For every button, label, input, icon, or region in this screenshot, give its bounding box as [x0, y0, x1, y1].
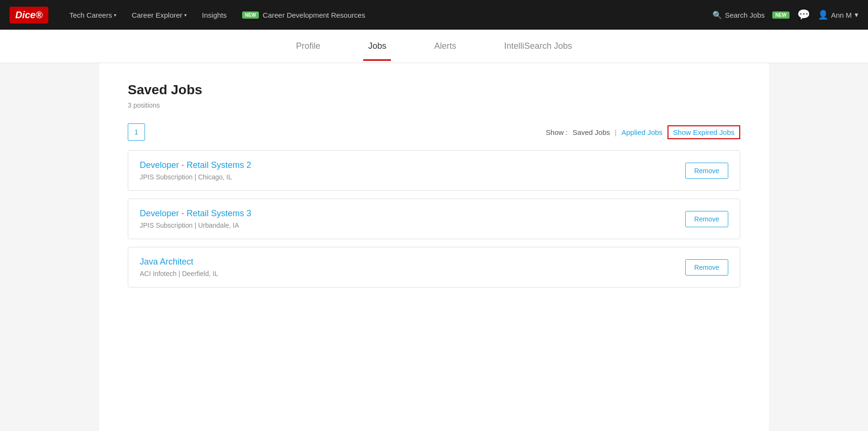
page-number[interactable]: 1: [128, 123, 145, 141]
show-controls: Show : Saved Jobs | Applied Jobs Show Ex…: [546, 125, 740, 139]
applied-jobs-option[interactable]: Applied Jobs: [622, 128, 663, 136]
job-title-link[interactable]: Developer - Retail Systems 2: [140, 160, 685, 170]
tab-profile[interactable]: Profile: [291, 32, 325, 61]
search-jobs-button[interactable]: 🔍 Search Jobs: [712, 11, 765, 20]
search-icon: 🔍: [712, 11, 722, 20]
nav-item-tech-careers[interactable]: Tech Careers ▾: [63, 7, 123, 23]
job-meta: ACI Infotech | Deerfield, IL: [140, 270, 685, 277]
chat-icon[interactable]: 💬: [797, 9, 810, 21]
show-label: Show :: [546, 128, 568, 136]
job-title-link[interactable]: Java Architect: [140, 257, 685, 267]
job-title-link[interactable]: Developer - Retail Systems 3: [140, 209, 685, 219]
nav-items: Tech Careers ▾ Career Explorer ▾ Insight…: [63, 7, 712, 23]
job-info: Java Architect ACI Infotech | Deerfield,…: [140, 257, 685, 277]
top-navigation: Dice® Tech Careers ▾ Career Explorer ▾ I…: [0, 0, 868, 30]
nav-item-career-explorer[interactable]: Career Explorer ▾: [125, 7, 193, 23]
new-badge-chat: NEW: [772, 11, 789, 19]
main-content: Saved Jobs 3 positions 1 Show : Saved Jo…: [99, 63, 769, 431]
chevron-down-icon: ▾: [855, 11, 858, 19]
tab-alerts[interactable]: Alerts: [429, 32, 461, 61]
job-info: Developer - Retail Systems 2 JPIS Subscr…: [140, 160, 685, 181]
divider: |: [615, 128, 617, 136]
remove-button[interactable]: Remove: [685, 259, 728, 276]
tab-jobs[interactable]: Jobs: [363, 32, 391, 61]
job-card: Java Architect ACI Infotech | Deerfield,…: [128, 247, 740, 287]
job-card: Developer - Retail Systems 2 JPIS Subscr…: [128, 150, 740, 191]
remove-button[interactable]: Remove: [685, 163, 728, 179]
remove-button[interactable]: Remove: [685, 211, 728, 227]
nav-item-insights[interactable]: Insights: [195, 7, 234, 23]
job-meta: JPIS Subscription | Chicago, IL: [140, 173, 685, 181]
show-expired-jobs-button[interactable]: Show Expired Jobs: [668, 125, 740, 139]
sub-navigation: Profile Jobs Alerts IntelliSearch Jobs: [0, 30, 868, 63]
saved-jobs-option[interactable]: Saved Jobs: [572, 128, 610, 136]
positions-count: 3 positions: [128, 101, 740, 109]
page-title: Saved Jobs: [128, 82, 740, 98]
chevron-down-icon: ▾: [114, 12, 116, 18]
nav-item-career-dev[interactable]: NEW Career Development Resources: [235, 7, 372, 23]
job-info: Developer - Retail Systems 3 JPIS Subscr…: [140, 209, 685, 229]
job-card: Developer - Retail Systems 3 JPIS Subscr…: [128, 199, 740, 239]
nav-right: 🔍 Search Jobs NEW 💬 👤 Ann M ▾: [712, 9, 858, 21]
controls-row: 1 Show : Saved Jobs | Applied Jobs Show …: [128, 123, 740, 141]
tab-intellisearch-jobs[interactable]: IntelliSearch Jobs: [500, 32, 577, 61]
new-badge: NEW: [242, 11, 259, 19]
job-meta: JPIS Subscription | Urbandale, IA: [140, 221, 685, 229]
user-icon: 👤: [818, 10, 828, 20]
chevron-down-icon: ▾: [184, 12, 187, 18]
user-menu[interactable]: 👤 Ann M ▾: [818, 10, 858, 20]
dice-logo[interactable]: Dice®: [10, 7, 48, 23]
